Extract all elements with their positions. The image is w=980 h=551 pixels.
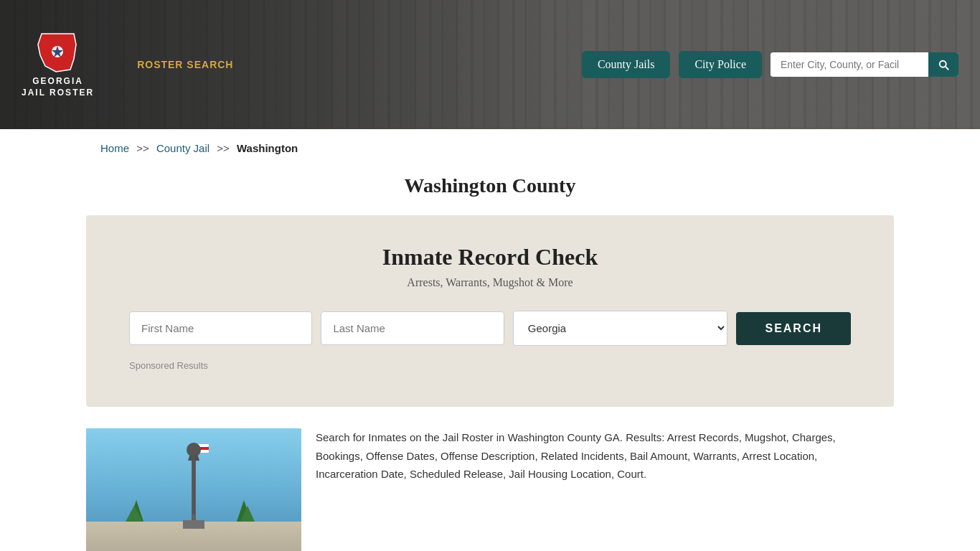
svg-rect-13 <box>196 444 209 447</box>
svg-rect-5 <box>192 457 196 522</box>
svg-rect-3 <box>86 428 301 522</box>
site-logo[interactable]: GEORGIA JAIL ROSTER <box>22 30 94 98</box>
svg-marker-6 <box>188 443 199 461</box>
first-name-input[interactable] <box>129 311 312 345</box>
bottom-section: Search for Inmates on the Jail Roster in… <box>86 428 894 551</box>
svg-rect-14 <box>196 450 209 453</box>
breadcrumb-county-jail[interactable]: County Jail <box>156 142 209 154</box>
county-jails-button[interactable]: County Jails <box>582 51 671 78</box>
inmate-search-form: AlabamaAlaskaArizonaArkansasCaliforniaCo… <box>129 311 851 346</box>
inmate-section-title: Inmate Record Check <box>129 244 851 270</box>
last-name-input[interactable] <box>321 311 504 345</box>
page-title: Washington County <box>0 174 980 197</box>
inmate-search-button[interactable]: SEARCH <box>736 312 851 345</box>
page-title-area: Washington County <box>0 161 980 215</box>
logo-icon <box>34 30 81 73</box>
breadcrumb-current: Washington <box>237 142 298 154</box>
city-police-button[interactable]: City Police <box>679 51 762 78</box>
inmate-record-section: Inmate Record Check Arrests, Warrants, M… <box>86 215 894 407</box>
svg-rect-7 <box>183 520 204 529</box>
header-right-nav: County Jails City Police <box>582 51 958 78</box>
county-description: Search for Inmates on the Jail Roster in… <box>301 428 894 551</box>
breadcrumb-sep-2: >> <box>217 142 230 154</box>
breadcrumb-sep-1: >> <box>136 142 149 154</box>
state-select[interactable]: AlabamaAlaskaArizonaArkansasCaliforniaCo… <box>513 311 728 346</box>
header-search-button[interactable] <box>928 52 958 77</box>
header-search-box <box>771 52 958 77</box>
logo-text: GEORGIA JAIL ROSTER <box>22 76 94 98</box>
sponsored-results-label: Sponsored Results <box>129 360 851 371</box>
county-image <box>86 428 301 551</box>
inmate-section-subtitle: Arrests, Warrants, Mugshot & More <box>129 276 851 289</box>
breadcrumb: Home >> County Jail >> Washington <box>0 129 980 161</box>
header-search-input[interactable] <box>771 53 928 76</box>
breadcrumb-home[interactable]: Home <box>100 142 129 154</box>
roster-search-link[interactable]: ROSTER SEARCH <box>137 59 233 70</box>
site-header: GEORGIA JAIL ROSTER ROSTER SEARCH County… <box>0 0 980 129</box>
search-icon <box>937 58 950 71</box>
